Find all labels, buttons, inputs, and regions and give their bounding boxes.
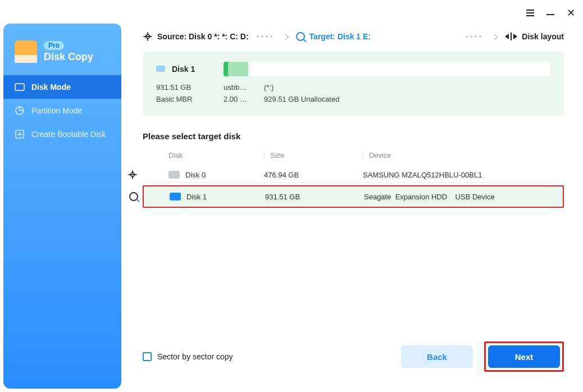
bootable-disk-icon [15,129,25,139]
row-disk-device: Seagate Expansion HDD USB Device [364,193,563,201]
window-close[interactable]: ✕ [567,8,575,18]
magnifier-icon [296,32,305,41]
magnifier-icon [129,192,138,201]
app-brand: Pro Disk Copy [3,37,121,73]
disk-icon [168,171,180,179]
dots-icon [257,35,272,38]
row-disk-name: Disk 0 [185,171,206,179]
preview-part1-size: 2.00 … [224,95,264,103]
sector-copy-checkbox[interactable]: Sector by sector copy [143,352,233,361]
sidebar-item-disk-mode[interactable]: Disk Mode [3,75,121,99]
sidebar-item-create-bootable[interactable]: Create Bootable Disk [3,122,121,146]
sidebar-item-partition-mode[interactable]: Partition Mode [3,99,121,122]
app-logo-icon [15,40,37,63]
chevron-right-icon [280,32,288,41]
sidebar: Pro Disk Copy Disk Mode Partition Mode C… [3,24,121,389]
disk-mode-icon [15,82,25,92]
preview-part2-size: 929.51 GB Unallocated [264,95,550,103]
hamburger-icon[interactable] [526,10,534,16]
target-disk-section: Please select target disk Disk Size Devi… [143,131,564,208]
step-target[interactable]: Target: Disk 1 E: [296,32,371,41]
preview-part1-name: usbb… [224,83,264,92]
step-source-label: Source: Disk 0 *: *: C: D: [157,32,249,41]
highlight-box: Next [484,341,564,372]
dots-icon [466,35,481,38]
sidebar-item-label: Disk Mode [31,83,71,92]
preview-part2-name: (*:) [264,83,550,92]
chevron-right-icon [489,32,497,41]
window-minimize[interactable] [546,14,554,15]
section-title: Please select target disk [143,131,564,141]
svg-rect-0 [15,84,24,90]
target-preview-card: Disk 1 931.51 GB usbb… (*:) Basic MBR 2.… [143,52,564,116]
sidebar-item-label: Partition Mode [31,106,82,115]
step-source[interactable]: Source: Disk 0 *: *: C: D: [143,31,249,42]
app-name: Disk Copy [44,51,93,63]
crosshair-icon [143,32,152,40]
step-layout[interactable]: Disk layout [505,32,564,41]
table-row[interactable]: Disk 0 476.94 GB SAMSUNG MZALQ512HBLU-00… [143,164,564,185]
step-layout-label: Disk layout [522,32,564,41]
col-disk: Disk [168,151,264,159]
checkbox-icon [143,352,152,361]
back-button[interactable]: Back [401,345,473,368]
disk-icon [156,65,166,74]
row-disk-device: SAMSUNG MZALQ512HBLU-00BL1 [363,171,564,179]
sector-copy-label: Sector by sector copy [157,352,233,361]
table-header: Disk Size Device [143,147,564,164]
disk-icon [170,193,181,200]
sidebar-item-label: Create Bootable Disk [31,130,106,139]
col-size: Size [264,151,363,159]
row-disk-size: 931.51 GB [265,193,364,201]
row-disk-size: 476.94 GB [264,171,363,179]
col-device: Device [363,151,564,159]
disk-layout-icon [505,33,517,40]
partition-usage-bar [224,62,550,76]
footer-bar: Sector by sector copy Back Next [130,341,576,385]
step-bar: Source: Disk 0 *: *: C: D: Target: Disk … [130,24,576,49]
step-target-label: Target: Disk 1 E: [309,32,371,41]
preview-type: Basic MBR [156,95,224,103]
preview-size: 931.51 GB [156,83,224,92]
next-button[interactable]: Next [488,345,560,368]
row-disk-name: Disk 1 [186,193,207,201]
crosshair-icon [128,170,136,179]
partition-mode-icon [15,106,25,116]
main-panel: Source: Disk 0 *: *: C: D: Target: Disk … [130,24,576,385]
preview-disk-name: Disk 1 [172,65,195,74]
pro-badge: Pro [44,41,64,50]
table-row-selected[interactable]: Disk 1 931.51 GB Seagate Expansion HDD U… [143,185,564,208]
